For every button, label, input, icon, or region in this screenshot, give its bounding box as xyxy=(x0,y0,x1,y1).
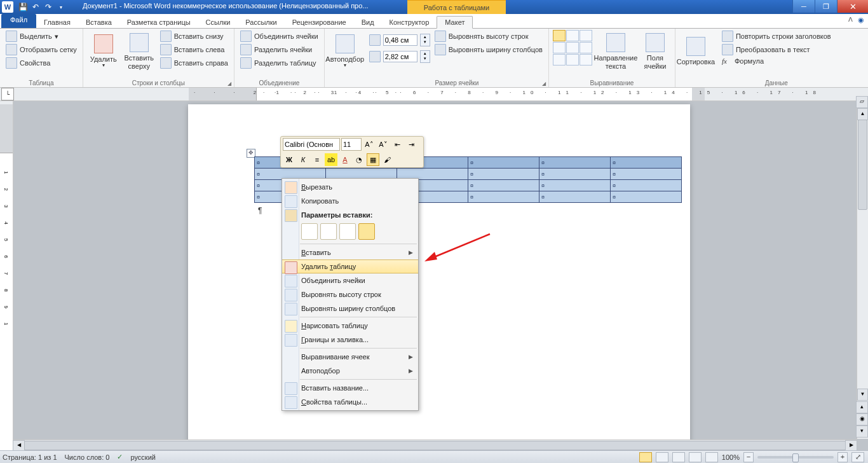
tab-pagelayout[interactable]: Разметка страницы xyxy=(119,17,198,28)
qat-dropdown-icon[interactable]: ▾ xyxy=(56,2,66,12)
autofit-button[interactable]: Автоподбор▾ xyxy=(329,30,362,73)
paste-text-only-icon[interactable] xyxy=(358,223,375,240)
text-direction-button[interactable]: Направление текста xyxy=(595,30,637,73)
tab-mailings[interactable]: Рассылки xyxy=(238,17,284,28)
cell-margins-button[interactable]: Поля ячейки xyxy=(639,30,671,73)
scroll-right-button[interactable]: ▶ xyxy=(845,440,857,451)
prev-page-button[interactable]: ▴ xyxy=(856,401,868,413)
zoom-slider[interactable] xyxy=(757,456,834,459)
hscroll-thumb[interactable] xyxy=(24,441,846,450)
insert-left-button[interactable]: Вставить слева xyxy=(158,43,230,56)
split-table-button[interactable]: Разделить таблицу xyxy=(238,57,320,69)
horizontal-scrollbar[interactable]: ◀ ▶ xyxy=(13,439,857,451)
close-button[interactable]: ✕ xyxy=(837,0,868,13)
bold-icon[interactable]: Ж xyxy=(283,153,295,166)
vertical-scrollbar[interactable]: ▲ ▼ ▴ ◉ ▾ xyxy=(857,108,868,439)
italic-icon[interactable]: К xyxy=(297,153,309,166)
menu-insert-caption[interactable]: Вставить название... xyxy=(282,381,418,395)
row-height-input[interactable]: ▴▾ xyxy=(369,34,430,46)
grow-font-icon[interactable]: A˄ xyxy=(363,138,376,151)
insert-right-button[interactable]: Вставить справа xyxy=(158,57,230,69)
tab-review[interactable]: Рецензирование xyxy=(285,17,354,28)
menu-distribute-cols[interactable]: Выровнять ширину столбцов xyxy=(282,301,418,315)
scroll-left-button[interactable]: ◀ xyxy=(13,440,25,451)
menu-cut[interactable]: Вырезать xyxy=(282,180,418,194)
menu-merge-cells[interactable]: Объединить ячейки xyxy=(282,273,418,287)
merge-cells-button[interactable]: Объединить ячейки xyxy=(238,30,320,43)
tab-insert[interactable]: Вставка xyxy=(78,17,119,28)
mini-font-input[interactable] xyxy=(283,138,340,151)
alignment-grid[interactable] xyxy=(553,30,592,66)
shrink-font-icon[interactable]: A˅ xyxy=(377,138,390,151)
browse-object-button[interactable]: ◉ xyxy=(856,413,868,425)
menu-insert[interactable]: Вставить▶ xyxy=(282,245,418,259)
undo-icon[interactable]: ↶ xyxy=(31,2,41,12)
highlight-icon[interactable]: ab xyxy=(325,153,337,166)
menu-draw-table[interactable]: Нарисовать таблицу xyxy=(282,319,418,333)
view-gridlines-button[interactable]: Отобразить сетку xyxy=(4,43,79,56)
horizontal-ruler[interactable]: ···2···1··· · 1 · 2 · 3 · 4 · 5 · 6 · 7 … xyxy=(15,88,868,100)
save-icon[interactable]: 💾 xyxy=(18,2,28,12)
fullscreen-reading-view-button[interactable] xyxy=(656,452,668,462)
menu-table-properties[interactable]: Свойства таблицы... xyxy=(282,395,418,409)
scroll-down-button[interactable]: ▼ xyxy=(857,389,868,401)
insert-above-button[interactable]: Вставить сверху xyxy=(123,30,156,73)
language-status[interactable]: русский xyxy=(130,453,155,461)
tab-references[interactable]: Ссылки xyxy=(198,17,238,28)
redo-icon[interactable]: ↷ xyxy=(43,2,53,12)
tab-layout[interactable]: Макет xyxy=(437,16,473,29)
vertical-ruler[interactable]: 1234567891 xyxy=(0,101,13,454)
draft-view-button[interactable] xyxy=(705,452,718,462)
tab-selector[interactable]: └ xyxy=(1,88,14,100)
col-width-input[interactable]: ▴▾ xyxy=(369,50,430,63)
dialog-launcher-icon[interactable]: ◢ xyxy=(542,81,546,86)
tab-home[interactable]: Главная xyxy=(36,17,78,28)
split-cells-button[interactable]: Разделить ячейки xyxy=(238,43,320,56)
convert-text-button[interactable]: Преобразовать в текст xyxy=(720,43,833,56)
file-tab[interactable]: Файл xyxy=(1,14,36,28)
scroll-thumb[interactable] xyxy=(858,120,867,210)
page-status[interactable]: Страница: 1 из 1 xyxy=(3,453,57,461)
borders-icon[interactable]: ▦ xyxy=(367,153,379,166)
menu-borders[interactable]: Границы и заливка... xyxy=(282,333,418,347)
mini-size-input[interactable] xyxy=(341,138,362,151)
zoom-fit-button[interactable]: ⤢ xyxy=(851,452,864,462)
format-painter-icon[interactable]: 🖌 xyxy=(381,153,393,166)
dialog-launcher-icon[interactable]: ◢ xyxy=(227,81,231,86)
zoom-out-button[interactable]: − xyxy=(743,452,754,462)
properties-button[interactable]: Свойства xyxy=(4,57,79,69)
paste-picture-icon[interactable] xyxy=(339,223,356,240)
tab-design[interactable]: Конструктор xyxy=(382,17,437,28)
web-layout-view-button[interactable] xyxy=(672,452,685,462)
paste-keep-source-icon[interactable] xyxy=(301,223,318,240)
formula-button[interactable]: fxФормула xyxy=(720,57,833,66)
minimize-ribbon-icon[interactable]: ᐱ xyxy=(848,16,853,23)
paste-merge-icon[interactable] xyxy=(320,223,337,240)
increase-indent-icon[interactable]: ⇥ xyxy=(405,138,417,151)
select-button[interactable]: Выделить ▾ xyxy=(4,30,79,43)
menu-delete-table[interactable]: Удалить таблицу xyxy=(282,259,418,273)
minimize-button[interactable]: ─ xyxy=(792,0,815,13)
print-layout-view-button[interactable] xyxy=(639,452,652,462)
distribute-rows-button[interactable]: Выровнять высоту строк xyxy=(433,30,545,43)
sort-button[interactable]: Сортировка xyxy=(679,30,712,73)
shading-icon[interactable]: ◔ xyxy=(353,153,365,166)
delete-button[interactable]: Удалить▾ xyxy=(87,30,120,73)
document-area[interactable]: ✥ ¤¤¤¤¤¤ ¤¤¤¤ ¤¤¤¤ ¤¤¤¤ ¶ xyxy=(13,101,868,454)
zoom-level[interactable]: 100% xyxy=(722,453,740,461)
distribute-cols-button[interactable]: Выровнять ширину столбцов xyxy=(433,43,545,56)
scroll-up-button[interactable]: ▲ xyxy=(857,108,868,120)
next-page-button[interactable]: ▾ xyxy=(856,425,868,438)
tab-view[interactable]: Вид xyxy=(354,17,382,28)
menu-copy[interactable]: Копировать xyxy=(282,194,418,208)
font-color-icon[interactable]: A xyxy=(339,153,351,166)
outline-view-button[interactable] xyxy=(689,452,702,462)
spellcheck-icon[interactable]: ✓ xyxy=(117,453,123,461)
zoom-in-button[interactable]: + xyxy=(837,452,848,462)
insert-below-button[interactable]: Вставить снизу xyxy=(158,30,230,43)
word-count[interactable]: Число слов: 0 xyxy=(65,453,110,461)
repeat-header-button[interactable]: Повторить строки заголовков xyxy=(720,30,833,43)
menu-cell-alignment[interactable]: Выравнивание ячеек▶ xyxy=(282,350,418,364)
ruler-toggle-icon[interactable]: ▱ xyxy=(856,96,868,108)
restore-button[interactable]: ❐ xyxy=(815,0,837,13)
